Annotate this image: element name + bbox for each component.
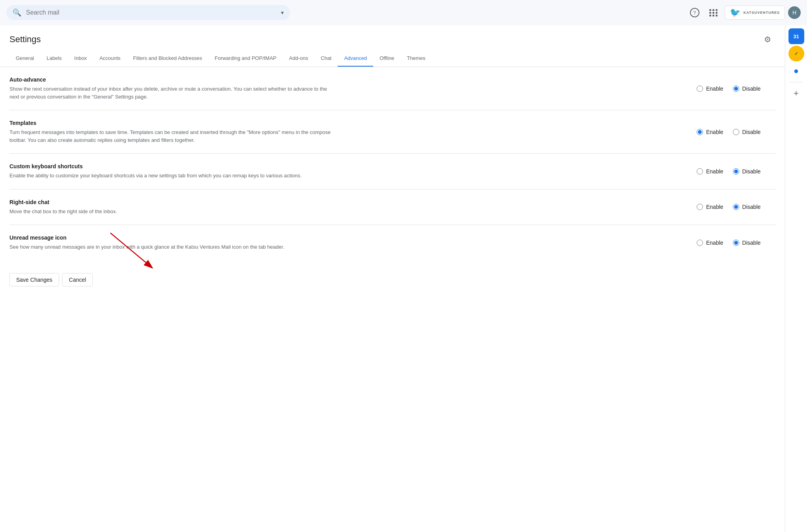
keyboard-shortcuts-disable-radio[interactable] (733, 168, 739, 175)
topbar-right: ? 🐦 KATSUVENTURES H (687, 5, 801, 20)
right-side-chat-enable-radio[interactable] (697, 204, 703, 210)
search-input[interactable] (26, 9, 276, 16)
content-area: Settings ⚙ General Labels Inbox Accounts… (0, 25, 785, 532)
templates-disable-label[interactable]: Disable (733, 129, 761, 135)
keyboard-shortcuts-disable-label[interactable]: Disable (733, 168, 761, 175)
tab-advanced[interactable]: Advanced (338, 50, 373, 67)
help-icon: ? (690, 8, 699, 17)
setting-info-keyboard-shortcuts: Custom keyboard shortcuts Enable the abi… (9, 163, 687, 180)
unread-message-disable-label[interactable]: Disable (733, 240, 761, 246)
auto-advance-disable-label[interactable]: Disable (733, 86, 761, 92)
sidebar-add-button[interactable]: + (788, 86, 804, 101)
brand-bird-icon: 🐦 (730, 7, 740, 18)
sidebar-tasks-icon[interactable]: ✓ (788, 46, 804, 61)
unread-message-enable-radio[interactable] (697, 240, 703, 246)
setting-info-templates: Templates Turn frequent messages into te… (9, 120, 687, 144)
setting-desc-keyboard-shortcuts: Enable the ability to customize your key… (9, 172, 333, 180)
keyboard-shortcuts-enable-label[interactable]: Enable (697, 168, 723, 175)
auto-advance-enable-radio[interactable] (697, 86, 703, 92)
setting-row-right-side-chat: Right-side chat Move the chat box to the… (9, 190, 775, 225)
setting-desc-unread-message-icon: See how many unread messages are in your… (9, 243, 333, 251)
tab-addons[interactable]: Add-ons (283, 50, 314, 67)
setting-desc-auto-advance: Show the next conversation instead of yo… (9, 85, 333, 100)
topbar: 🔍 ▾ ? 🐦 KATSUVENTURES H (0, 0, 807, 25)
tab-chat[interactable]: Chat (314, 50, 338, 67)
right-side-chat-disable-label[interactable]: Disable (733, 204, 761, 210)
sidebar-blue-circle-icon[interactable]: ● (788, 63, 804, 79)
gear-icon: ⚙ (764, 35, 771, 44)
apps-icon (709, 9, 718, 17)
setting-row-auto-advance: Auto-advance Show the next conversation … (9, 67, 775, 110)
brand-logo[interactable]: 🐦 KATSUVENTURES (725, 6, 785, 20)
cancel-button[interactable]: Cancel (62, 273, 93, 286)
setting-name-keyboard-shortcuts: Custom keyboard shortcuts (9, 163, 687, 169)
right-sidebar: 31 ✓ ● + (785, 25, 807, 532)
search-bar[interactable]: 🔍 ▾ (6, 5, 290, 20)
auto-advance-enable-label[interactable]: Enable (697, 86, 723, 92)
settings-rows-container: Auto-advance Show the next conversation … (0, 67, 785, 260)
unread-message-enable-label[interactable]: Enable (697, 240, 723, 246)
setting-info-auto-advance: Auto-advance Show the next conversation … (9, 76, 687, 100)
apps-button[interactable] (706, 5, 721, 20)
help-button[interactable]: ? (687, 5, 703, 20)
templates-enable-label[interactable]: Enable (697, 129, 723, 135)
auto-advance-disable-radio[interactable] (733, 86, 739, 92)
right-side-chat-enable-label[interactable]: Enable (697, 204, 723, 210)
tab-general[interactable]: General (9, 50, 40, 67)
setting-desc-right-side-chat: Move the chat box to the right side of t… (9, 208, 333, 216)
templates-enable-radio[interactable] (697, 129, 703, 135)
settings-gear-button[interactable]: ⚙ (760, 32, 775, 47)
save-area: Save Changes Cancel (0, 260, 785, 299)
save-changes-button[interactable]: Save Changes (9, 273, 59, 286)
brand-name-label: KATSUVENTURES (744, 11, 780, 15)
tab-themes[interactable]: Themes (401, 50, 432, 67)
search-dropdown-icon[interactable]: ▾ (281, 9, 284, 16)
unread-message-disable-radio[interactable] (733, 240, 739, 246)
tab-accounts[interactable]: Accounts (93, 50, 126, 67)
setting-name-right-side-chat: Right-side chat (9, 199, 687, 205)
setting-row-templates: Templates Turn frequent messages into te… (9, 110, 775, 154)
setting-desc-templates: Turn frequent messages into templates to… (9, 128, 333, 144)
right-side-chat-disable-radio[interactable] (733, 204, 739, 210)
setting-info-right-side-chat: Right-side chat Move the chat box to the… (9, 199, 687, 216)
save-buttons-container: Save Changes Cancel (9, 273, 775, 286)
setting-name-auto-advance: Auto-advance (9, 76, 687, 83)
settings-header: Settings ⚙ (0, 25, 785, 47)
tab-labels[interactable]: Labels (40, 50, 68, 67)
settings-tabs: General Labels Inbox Accounts Filters an… (0, 50, 785, 67)
search-icon: 🔍 (13, 8, 21, 17)
setting-name-unread-message-icon: Unread message icon (9, 234, 687, 241)
tab-forwarding[interactable]: Forwarding and POP/IMAP (208, 50, 283, 67)
tab-offline[interactable]: Offline (373, 50, 400, 67)
setting-controls-templates: Enable Disable (697, 129, 775, 135)
sidebar-calendar-icon[interactable]: 31 (788, 28, 804, 44)
setting-controls-unread-message-icon: Enable Disable (697, 240, 775, 246)
sidebar-divider (790, 82, 803, 82)
tab-filters[interactable]: Filters and Blocked Addresses (127, 50, 208, 67)
main-layout: Settings ⚙ General Labels Inbox Accounts… (0, 25, 807, 532)
setting-row-unread-message-icon: Unread message icon See how many unread … (9, 225, 775, 260)
templates-disable-radio[interactable] (733, 129, 739, 135)
setting-controls-right-side-chat: Enable Disable (697, 204, 775, 210)
keyboard-shortcuts-enable-radio[interactable] (697, 168, 703, 175)
tab-inbox[interactable]: Inbox (68, 50, 93, 67)
setting-controls-keyboard-shortcuts: Enable Disable (697, 168, 775, 175)
setting-name-templates: Templates (9, 120, 687, 126)
setting-row-keyboard-shortcuts: Custom keyboard shortcuts Enable the abi… (9, 154, 775, 190)
page-title: Settings (9, 34, 41, 45)
user-avatar[interactable]: H (788, 6, 801, 19)
setting-controls-auto-advance: Enable Disable (697, 86, 775, 92)
setting-info-unread-message-icon: Unread message icon See how many unread … (9, 234, 687, 251)
